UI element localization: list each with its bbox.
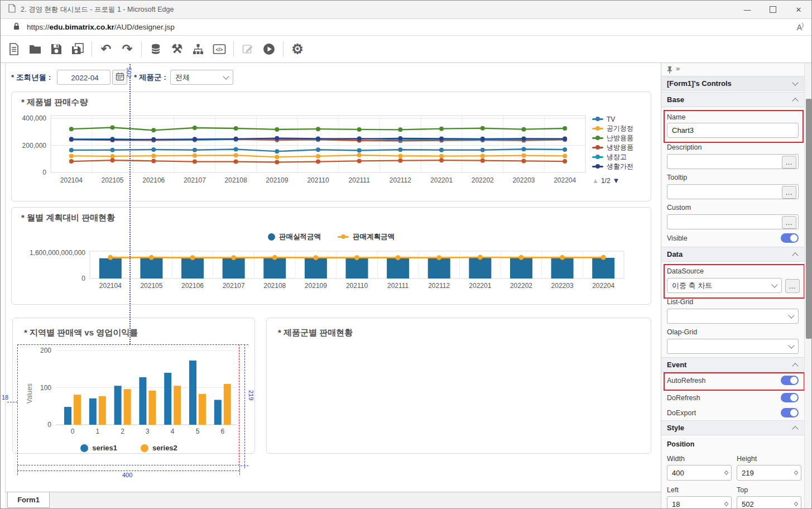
legend-pagination[interactable]: ▲1/2▼	[592, 176, 650, 185]
chart4-panel[interactable]: * 제품군별 판매현황	[266, 318, 651, 454]
dorefresh-toggle[interactable]	[781, 393, 799, 402]
svg-text:</>: </>	[216, 47, 223, 52]
left-stepper[interactable]	[667, 496, 732, 509]
edit-icon[interactable]	[241, 42, 254, 56]
svg-text:202106: 202106	[181, 282, 204, 290]
svg-text:3: 3	[146, 428, 150, 435]
sitemap-icon[interactable]	[191, 42, 205, 56]
panel-scrollbar[interactable]	[804, 63, 812, 509]
svg-text:202107: 202107	[223, 282, 245, 290]
section-style[interactable]: Style	[661, 420, 804, 435]
legend-item: 생활가전	[592, 162, 650, 171]
svg-text:0: 0	[71, 428, 75, 435]
svg-text:Values: Values	[26, 383, 33, 404]
visible-toggle[interactable]	[781, 233, 799, 243]
section-data[interactable]: Data	[661, 247, 804, 262]
svg-text:202111: 202111	[387, 282, 409, 290]
description-ellipsis-button[interactable]: …	[782, 156, 796, 169]
tools-icon[interactable]: ⚒	[170, 42, 184, 56]
save-as-icon[interactable]	[71, 42, 84, 56]
tooltip-ellipsis-button[interactable]: …	[782, 186, 796, 199]
spinner-down-icon[interactable]	[794, 502, 797, 506]
height-stepper[interactable]	[737, 465, 801, 481]
svg-text:1: 1	[95, 428, 99, 435]
line-chart[interactable]: 400,000200,00002021042021052021062021072…	[18, 113, 599, 189]
custom-field[interactable]: …	[667, 214, 799, 229]
save-icon[interactable]	[50, 42, 63, 56]
listgrid-select[interactable]	[667, 309, 799, 324]
width-input[interactable]	[667, 468, 721, 478]
controls-header[interactable]: [Form1]'s Controls	[661, 76, 804, 91]
datasource-ellipsis-button[interactable]: …	[785, 279, 800, 293]
bar-line-chart[interactable]: 1,600,000,000,00002021042021052021062021…	[18, 247, 643, 300]
autorefresh-toggle[interactable]	[781, 376, 799, 385]
section-base[interactable]: Base	[661, 92, 804, 107]
spinner-down-icon[interactable]	[724, 502, 728, 506]
width-guide-tick	[239, 466, 240, 475]
read-aloud-icon[interactable]: A)	[797, 22, 804, 32]
custom-input[interactable]	[667, 215, 798, 229]
svg-text:202112: 202112	[428, 282, 450, 290]
chevron-down-icon	[788, 312, 794, 318]
legend-page-down-icon[interactable]: ▼	[613, 176, 620, 185]
calendar-button[interactable]	[112, 70, 127, 85]
date-input[interactable]	[57, 70, 110, 85]
new-document-icon[interactable]	[7, 42, 21, 56]
name-field[interactable]	[667, 123, 799, 138]
description-field[interactable]: …	[667, 154, 799, 169]
chart1-legend: TV공기청정난방용품냉방용품냉장고생활가전▲1/2▼	[592, 114, 650, 185]
spinner-down-icon[interactable]	[794, 471, 797, 475]
svg-text:202110: 202110	[307, 176, 329, 184]
width-prop-label: Width	[667, 455, 685, 463]
play-icon[interactable]	[262, 42, 276, 56]
url-bar[interactable]: https://edu.bimatrix.co.kr/AUD/designer.…	[1, 19, 811, 36]
open-folder-icon[interactable]	[28, 42, 42, 56]
scrollbar-thumb[interactable]	[806, 99, 811, 339]
olapgrid-label: Olap-Grid	[667, 328, 697, 336]
minimize-button[interactable]: —	[734, 1, 760, 18]
maximize-button[interactable]	[760, 1, 786, 18]
toolbar-separator	[141, 41, 142, 57]
doexport-toggle[interactable]	[781, 408, 799, 417]
chevron-up-icon	[792, 98, 798, 104]
redo-icon[interactable]: ↷	[121, 42, 134, 56]
custom-ellipsis-button[interactable]: …	[782, 216, 796, 229]
chart1-panel[interactable]: * 제품별 판매수량 400,000200,000020210420210520…	[11, 92, 651, 201]
svg-text:202201: 202201	[430, 176, 453, 184]
legend-page-up-icon[interactable]: ▲	[592, 177, 599, 185]
code-icon[interactable]: </>	[213, 42, 226, 56]
date-input-value[interactable]	[57, 70, 112, 85]
description-input[interactable]	[667, 155, 798, 169]
tooltip-input[interactable]	[667, 185, 798, 199]
close-button[interactable]: ✕	[786, 1, 811, 18]
datasource-select[interactable]: 이중 축 차트	[667, 278, 782, 293]
chart2-panel[interactable]: * 월별 계획대비 판매현황 판매실적금액판매계획금액 1,600,000,00…	[11, 207, 651, 305]
tab-form1[interactable]: Form1	[7, 492, 50, 508]
toolbar-separator	[233, 41, 234, 57]
width-label: 400	[122, 472, 132, 478]
collapse-panel-icon[interactable]: »	[676, 64, 680, 73]
product-select[interactable]: 전체	[170, 70, 233, 85]
top-distance-label: 502	[126, 68, 132, 78]
spinner-down-icon[interactable]	[724, 471, 728, 475]
legend-item-clipped	[592, 171, 650, 174]
grouped-bar-chart[interactable]: 2001000Values0123456	[18, 344, 240, 440]
top-stepper[interactable]	[737, 496, 801, 509]
svg-text:202109: 202109	[266, 176, 288, 184]
section-event[interactable]: Event	[661, 357, 804, 372]
chart3-content[interactable]: 2001000Values0123456 series1series2	[18, 344, 240, 465]
pin-icon[interactable]	[666, 66, 673, 76]
left-input[interactable]	[667, 500, 721, 509]
designer-canvas[interactable]: * 조회년월 : * 제품군 : 전체 * 제품별 판매수량 400,00020…	[5, 63, 661, 492]
top-input[interactable]	[737, 500, 791, 509]
legend-item: 판매계획금액	[338, 232, 395, 242]
name-input[interactable]	[667, 123, 798, 137]
settings-icon[interactable]: ⚙	[291, 42, 304, 56]
tooltip-field[interactable]: …	[667, 184, 799, 199]
undo-icon[interactable]: ↶	[99, 42, 113, 56]
width-stepper[interactable]	[667, 465, 732, 481]
olapgrid-select[interactable]	[667, 339, 799, 354]
title-bar: 2. 경영 현황 대시보드 - 프로필 1 - Microsoft Edge —…	[1, 1, 811, 19]
database-icon[interactable]	[149, 42, 162, 56]
height-input[interactable]	[737, 468, 791, 478]
